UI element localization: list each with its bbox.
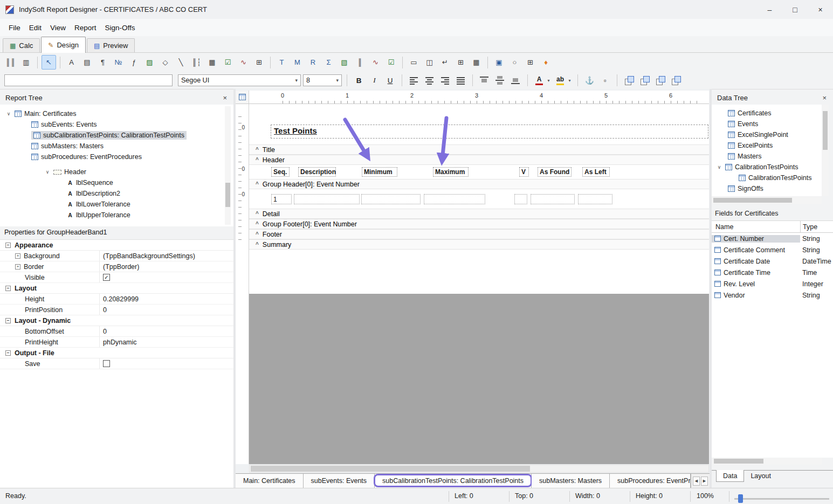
column-label[interactable]: V [519, 167, 529, 177]
scrollbar-thumb[interactable] [251, 466, 530, 472]
zoom-slider-thumb[interactable] [738, 494, 743, 503]
collapse-band-icon[interactable]: ^ [256, 211, 259, 217]
barcode-2d-tool-icon[interactable]: ▦ [205, 55, 219, 70]
canvas-horizontal-scrollbar[interactable] [249, 465, 709, 473]
collapse-band-icon[interactable]: ^ [256, 147, 259, 153]
band-separator-group-footer[interactable]: ^ Group Footer[0]: Event Number [249, 219, 709, 229]
field-box[interactable] [514, 194, 527, 204]
chart-tool-icon[interactable]: ∿ [236, 55, 251, 70]
tree-item-subcalibrationtestpoints[interactable]: subCalibrationTestPoints: CalibrationTes… [0, 130, 233, 141]
font-color-button[interactable]: A ▾ [533, 74, 552, 87]
italic-button[interactable]: I [368, 74, 381, 87]
close-button[interactable]: × [808, 0, 833, 19]
tree-item-subevents[interactable]: subEvents: Events [0, 119, 233, 130]
menu-edit[interactable]: Edit [25, 22, 46, 34]
prop-row-save[interactable]: Save [0, 358, 233, 369]
send-to-back-button[interactable] [638, 74, 651, 87]
align-right-button[interactable] [438, 74, 452, 87]
tree-item-main-certificates[interactable]: ∨ Main: Certificates [0, 108, 233, 119]
column-label[interactable]: Seq. [271, 167, 290, 177]
band-separator-detail[interactable]: ^ Detail [249, 209, 709, 219]
field-box[interactable]: 1 [271, 194, 292, 204]
zoom-slider-track[interactable] [734, 498, 829, 500]
title-region-outline[interactable] [271, 125, 708, 139]
prop-group-layout-dynamic[interactable]: − Layout - Dynamic [0, 315, 233, 326]
tab-preview[interactable]: ▤Preview [87, 38, 135, 52]
data-tree-item-excelpoints[interactable]: ExcelPoints [712, 140, 822, 151]
checkbox-tool-icon[interactable]: ☑ [221, 55, 235, 70]
scrollbar-thumb[interactable] [713, 198, 792, 203]
chevron-down-icon[interactable]: ∨ [44, 169, 51, 175]
close-icon[interactable]: × [821, 94, 828, 102]
crosstab-tool-icon[interactable]: ⊞ [453, 55, 468, 70]
chevron-down-icon[interactable]: ∨ [5, 111, 12, 116]
chevron-down-icon[interactable]: ▾ [546, 74, 552, 87]
menu-view[interactable]: View [46, 22, 70, 34]
column-label[interactable]: Minimum [362, 167, 397, 177]
padding-icon[interactable]: ▫ [598, 74, 612, 87]
shape-tool-icon[interactable]: ◇ [158, 55, 173, 70]
report-tree-scrollbar[interactable] [225, 106, 231, 225]
bold-button[interactable]: B [352, 74, 366, 87]
prop-value[interactable]: (TppBandBackgroundSettings) [103, 252, 195, 260]
memo-tool-icon[interactable]: ▤ [80, 55, 94, 70]
send-backward-button[interactable] [669, 74, 683, 87]
grid-tool-icon[interactable]: ⊞ [252, 55, 266, 70]
data-tree-item-certificates[interactable]: Certificates [712, 108, 822, 119]
richtext-tool-icon[interactable]: ¶ [95, 55, 110, 70]
tree-item-header-band[interactable]: ∨ Header [0, 167, 233, 177]
chevron-down-icon[interactable]: ∨ [716, 164, 722, 170]
checkbox-checked-icon[interactable]: ✓ [103, 274, 110, 281]
barcode-tool-icon[interactable]: ║┆ [189, 55, 204, 70]
band-separator-header[interactable]: ^ Header [249, 155, 709, 165]
column-header-type[interactable]: Type [800, 221, 833, 232]
prop-value[interactable]: 0.20829999 [103, 295, 139, 303]
scroll-right-icon[interactable]: ► [701, 477, 708, 486]
prop-row-border[interactable]: +Border (TppBorder) [0, 261, 233, 272]
band-separator-footer[interactable]: ^ Footer [249, 229, 709, 239]
tab-calc[interactable]: ▦Calc [3, 38, 40, 52]
report-preview-icon[interactable]: ▣ [492, 55, 506, 70]
field-row[interactable]: Rev. Level Integer [712, 278, 833, 289]
page-tab-subprocedures[interactable]: subProcedures: EventProcedures [610, 474, 691, 488]
field-box[interactable] [531, 194, 575, 204]
search-icon[interactable]: ○ [507, 55, 522, 70]
data-tree-item-events[interactable]: Events [712, 119, 822, 129]
band-lines-icon[interactable]: ║║ [3, 55, 18, 70]
field-row[interactable]: Certificate Time Time [712, 267, 833, 278]
matrix-tool-icon[interactable]: ▦ [469, 55, 484, 70]
line-tool-icon[interactable]: ╲ [174, 55, 188, 70]
scrollbar-thumb[interactable] [823, 111, 828, 150]
subreport-tool-icon[interactable]: ◫ [422, 55, 437, 70]
page-tab-subevents[interactable]: subEvents: Events [304, 474, 375, 488]
column-label[interactable]: Maximum [433, 167, 469, 177]
scrollbar-thumb[interactable] [225, 183, 230, 207]
prop-value[interactable]: phDynamic [103, 339, 137, 346]
prop-row-background[interactable]: +Background (TppBandBackgroundSettings) [0, 251, 233, 261]
checkbox-unchecked-icon[interactable] [103, 360, 110, 367]
font-size-select[interactable]: 8 ▾ [303, 74, 342, 86]
page-tab-submasters[interactable]: subMasters: Masters [532, 474, 610, 488]
scrollbar-thumb[interactable] [714, 459, 763, 464]
menu-file[interactable]: File [4, 22, 25, 34]
bring-forward-button[interactable] [653, 74, 667, 87]
dbmemo-tool-icon[interactable]: M [290, 55, 305, 70]
menu-sign-offs[interactable]: Sign-Offs [101, 22, 140, 34]
collapse-band-icon[interactable]: ^ [256, 181, 259, 187]
close-icon[interactable]: × [222, 94, 228, 102]
tab-layout[interactable]: Layout [744, 471, 777, 481]
bring-to-front-button[interactable] [622, 74, 636, 87]
data-tree-vscrollbar[interactable] [822, 105, 829, 196]
prop-group-appearance[interactable]: − Appearance [0, 240, 233, 251]
region-tool-icon[interactable]: ▭ [407, 55, 421, 70]
edit-value-input[interactable] [4, 74, 173, 86]
column-header-name[interactable]: Name [712, 221, 800, 232]
tree-item-submasters[interactable]: subMasters: Masters [0, 141, 233, 151]
prop-value[interactable]: (TppBorder) [103, 263, 139, 271]
band-separator-summary[interactable]: ^ Summary [249, 239, 709, 250]
field-box[interactable] [424, 194, 485, 204]
tree-item-subprocedures[interactable]: subProcedures: EventProcedures [0, 151, 233, 162]
field-row[interactable]: Certificate Comment String [712, 244, 833, 256]
column-label[interactable]: As Found [538, 167, 572, 177]
anchor-icon[interactable]: ⚓ [583, 74, 596, 87]
